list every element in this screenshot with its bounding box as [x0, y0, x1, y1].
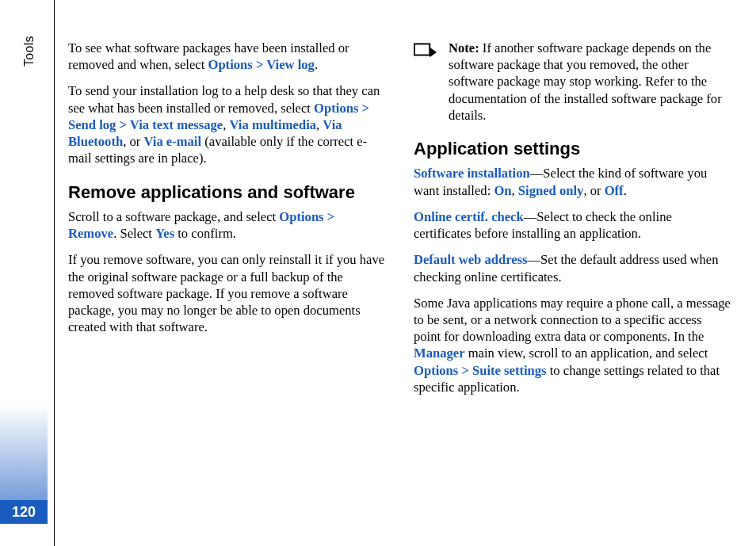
paragraph: To send your installation log to a help …: [68, 82, 385, 166]
link-on: On: [494, 183, 511, 198]
text: .: [624, 183, 627, 198]
link-manager: Manager: [414, 346, 465, 361]
note-text: Note: If another software package depend…: [449, 40, 731, 124]
text: If another software package depends on t…: [449, 40, 722, 123]
link-via-multimedia: Via multimedia: [230, 117, 317, 132]
link-signed-only: Signed only: [518, 183, 584, 198]
paragraph: Default web address—Set the default addr…: [414, 251, 731, 284]
paragraph: Software installation—Select the kind of…: [414, 165, 731, 198]
link-software-installation: Software installation: [414, 166, 530, 181]
text: ,: [223, 117, 229, 132]
heading-remove-apps: Remove applications and software: [68, 181, 385, 204]
paragraph: To see what software packages have been …: [68, 40, 385, 73]
text: . Select: [113, 226, 155, 241]
paragraph: Some Java applications may require a pho…: [414, 295, 731, 395]
text: Scroll to a software package, and select: [68, 209, 279, 224]
text: to confirm.: [174, 226, 236, 241]
text: Some Java applications may require a pho…: [414, 296, 731, 344]
vertical-rule: [54, 0, 55, 546]
paragraph: If you remove software, you can only rei…: [68, 251, 385, 335]
link-suite-settings: Options > Suite settings: [414, 363, 547, 378]
link-online-certif-check: Online certif. check: [414, 209, 524, 224]
link-via-email: Via e-mail: [143, 134, 201, 149]
column-right: Note: If another software package depend…: [414, 40, 731, 405]
side-section-label: Tools: [22, 36, 36, 67]
note-block: Note: If another software package depend…: [414, 40, 731, 124]
text: , or: [123, 134, 143, 149]
svg-marker-1: [430, 48, 437, 57]
heading-app-settings: Application settings: [414, 138, 731, 160]
note-icon: [414, 43, 437, 62]
content-area: To see what software packages have been …: [68, 40, 731, 405]
note-label: Note:: [449, 40, 479, 55]
column-left: To see what software packages have been …: [68, 40, 385, 405]
page-number: 120: [0, 500, 48, 524]
text: .: [315, 57, 318, 72]
paragraph: Scroll to a software package, and select…: [68, 208, 385, 242]
link-view-log: Options > View log: [208, 57, 314, 72]
link-default-web-address: Default web address: [414, 252, 528, 267]
text: main view, scroll to an application, and…: [465, 346, 708, 361]
page-number-gradient: [0, 405, 48, 500]
document-page: Tools 120 To see what software packages …: [0, 0, 756, 546]
link-off: Off: [605, 183, 624, 198]
paragraph: Online certif. check—Select to check the…: [414, 208, 731, 242]
text: , or: [583, 183, 604, 198]
text: ,: [512, 183, 518, 198]
link-yes: Yes: [155, 226, 174, 241]
svg-rect-0: [414, 44, 430, 55]
